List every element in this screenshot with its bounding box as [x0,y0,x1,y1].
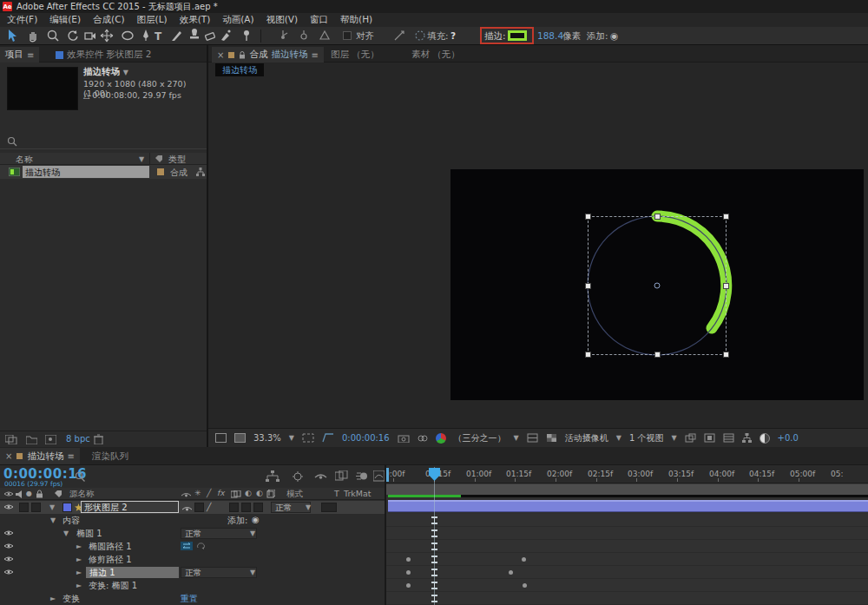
audio-toggle-box[interactable] [19,503,29,512]
time-ruler[interactable]: 0:00f 00:15f 01:00f 01:15f 02:00f 02:15f… [386,465,868,483]
add-shape-icon[interactable]: ◉ [252,515,260,524]
eraser-tool-icon[interactable] [203,29,218,43]
mode-column[interactable]: 模式 [286,489,303,500]
main-viewer-icon[interactable] [234,433,246,443]
camera-tool-icon[interactable] [83,29,98,43]
menu-layer[interactable]: 图层(L) [137,14,168,26]
tab-render-queue[interactable]: 渲染队列 [87,448,134,464]
frame-blend-toggle-box[interactable] [241,503,251,512]
handle-bottom-center[interactable] [654,352,661,358]
fast-previews-icon[interactable] [527,433,538,443]
effect-toggle-box[interactable] [229,503,239,512]
mask-tool-icon[interactable] [392,29,407,43]
twirl-closed-icon[interactable]: ► [76,569,82,576]
project-comp-name[interactable]: 描边转场 ▼ [83,66,128,78]
share-view-icon[interactable] [685,433,696,443]
menu-window[interactable]: 窗口 [310,14,328,26]
property-row-contents[interactable]: ▼ 内容 添加: ◉ [0,514,385,527]
layer-name-field[interactable]: 形状图层 2 [81,501,179,513]
layer-twirl-icon[interactable]: ▼ [49,503,55,511]
trkmat-column[interactable]: TrkMat [344,489,372,498]
show-snapshot-icon[interactable] [418,434,428,443]
tab-layer[interactable]: 图层 （无） [326,47,385,62]
new-composition-icon[interactable] [45,435,56,444]
brush-tool-icon[interactable] [170,29,185,43]
stroke-width-value[interactable]: 188.4 [537,30,563,41]
comp-viewport[interactable] [208,76,868,428]
close-icon[interactable]: × [5,451,12,461]
region-of-interest-icon[interactable] [302,433,314,443]
hand-tool-icon[interactable] [26,29,41,43]
clone-stamp-tool-icon[interactable] [187,29,202,43]
solo-toggle-box[interactable] [31,503,41,512]
current-time-value[interactable]: 0:00:00:16 [342,433,390,443]
comp-mini-flowchart-icon[interactable] [266,470,279,482]
snapshot-icon[interactable] [398,434,410,443]
roto-brush-tool-icon[interactable] [219,29,233,43]
reset-link[interactable]: 重置 [181,593,198,605]
motion-blur-icon[interactable] [356,470,368,482]
pan-behind-tool-icon[interactable] [100,29,115,43]
stroke-blend-mode-dropdown[interactable]: 正常 [181,567,257,578]
twirl-closed-icon[interactable]: ► [76,543,82,550]
keyframe[interactable] [406,570,411,575]
shape-tool-icon[interactable] [121,29,135,43]
menu-composition[interactable]: 合成(C) [93,14,125,26]
tab-project[interactable]: 项目 ≡ [0,47,39,62]
eye-icon[interactable] [3,543,14,549]
pixel-aspect-correction-icon[interactable] [704,433,715,443]
handle-top-left[interactable] [585,214,591,220]
draft-3d-icon[interactable] [292,470,304,482]
interpret-footage-icon[interactable] [5,435,17,444]
track-row-transform[interactable] [386,592,868,605]
menu-help[interactable]: 帮助(H) [340,14,372,26]
safe-zones-icon[interactable] [322,433,334,443]
property-row-ellipse-path-1[interactable]: ► 椭圆路径 1 [0,540,385,553]
keyframe[interactable] [406,557,411,562]
collapse-toggle-box[interactable] [194,503,204,512]
handle-top-center[interactable] [654,214,661,220]
layer-shy-toggle-icon[interactable] [181,504,193,512]
track-row-ellipse-path-1[interactable] [386,540,868,553]
camera-caret-icon[interactable]: ▼ [616,434,621,442]
show-channel-icon[interactable] [436,433,446,444]
menu-view[interactable]: 视图(V) [266,14,298,26]
keyframe[interactable] [406,583,411,588]
local-axis-mode-icon[interactable] [276,29,291,43]
property-row-stroke-1[interactable]: ► 描边 1 正常 ▼ [0,566,385,579]
eye-icon[interactable] [3,569,14,575]
menu-edit[interactable]: 编辑(E) [49,14,81,26]
panel-menu-icon[interactable]: ≡ [311,50,318,60]
panel-menu-icon[interactable]: ≡ [67,451,74,461]
menu-effect[interactable]: 效果(T) [180,14,211,26]
track-row-trim-paths-1[interactable] [386,553,868,566]
resolution-value[interactable]: （三分之一） [454,432,506,444]
column-type[interactable]: 类型 [168,154,186,166]
property-row-trim-paths-1[interactable]: ► 修剪路径 1 [0,553,385,566]
exposure-value[interactable]: +0.0 [778,433,799,443]
rotate-tool-icon[interactable] [66,29,81,43]
add-menu-icon[interactable]: ◉ [610,30,618,41]
handle-mid-right[interactable] [723,283,729,289]
tab-timeline-comp[interactable]: × 描边转场 ≡ [0,448,80,464]
keyframe[interactable] [523,583,527,588]
pen-tool-icon[interactable] [139,29,154,43]
snap-checkbox[interactable] [343,31,352,40]
transform-ellipse-1-label[interactable]: 变换: 椭圆 1 [89,580,137,592]
handle-bottom-right[interactable] [723,352,729,358]
transform-label[interactable]: 变换 [62,593,80,605]
trim-paths-1-label[interactable]: 修剪路径 1 [89,554,132,566]
twirl-closed-icon[interactable]: ► [76,556,82,563]
resolution-caret-icon[interactable]: ▼ [514,434,519,442]
ellipse-1-label[interactable]: 椭圆 1 [76,528,102,540]
eye-icon[interactable] [3,556,14,562]
twirl-closed-icon[interactable]: ► [50,595,56,602]
tab-footage[interactable]: 素材 （无） [406,47,465,62]
label-color-swatch[interactable] [156,168,165,176]
view-layout-value[interactable]: 1 个视图 [629,432,664,444]
ellipse-blend-mode-dropdown[interactable]: 正常 [181,528,257,539]
magnification-value[interactable]: 33.3% [253,433,281,443]
target-icon[interactable] [413,29,428,43]
layer-duration-bar[interactable] [388,500,868,512]
bit-depth-label[interactable]: 8 bpc [66,434,90,444]
